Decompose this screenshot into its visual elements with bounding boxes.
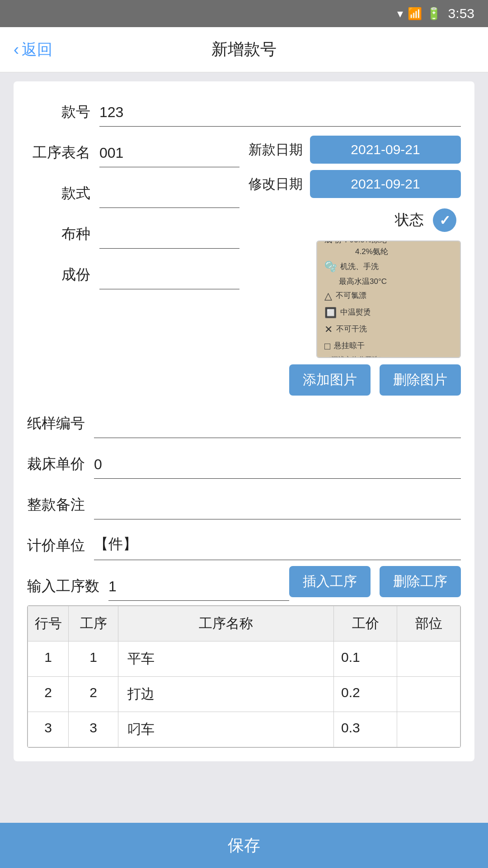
- fabric-label-image: 成 份：95.8%涤纶 4.2%氨纶 🫧 机洗、手洗 最高水温30°C △ 不可…: [317, 241, 460, 357]
- no-dry-icon: ✕: [324, 322, 333, 337]
- back-button[interactable]: ‹ 返回: [14, 39, 52, 60]
- style-no-row: 款号 123: [27, 90, 461, 127]
- fabric-line-0: 成 份：95.8%涤纶: [324, 241, 387, 246]
- add-image-button[interactable]: 添加图片: [289, 364, 371, 396]
- modify-date-button[interactable]: 2021-09-21: [310, 170, 461, 198]
- right-col: 新款日期 2021-09-21 修改日期 2021-09-21 状态 成 份：9…: [249, 131, 461, 402]
- top-nav: ‹ 返回 新增款号: [0, 27, 488, 72]
- process-name-label: 工序表名: [27, 143, 99, 167]
- form-section: 款号 123 工序表名 001 款式: [14, 81, 474, 761]
- back-arrow-icon: ‹: [14, 40, 19, 59]
- unit-input[interactable]: 【件】: [94, 533, 461, 560]
- fabric-row: 布种: [27, 212, 239, 249]
- status-checkbox[interactable]: [433, 208, 456, 232]
- cell-price: 0.3: [334, 712, 397, 747]
- fabric-no-bleach-row: △ 不可氯漂: [324, 288, 366, 303]
- two-col-section: 工序表名 001 款式 布种: [27, 131, 461, 402]
- process-table: 行号 工序 工序名称 工价 部位 1 1 平车 0.1 2 2 打边 0.2: [27, 605, 461, 748]
- note-value: [94, 512, 461, 515]
- save-button-label: 保存: [228, 835, 260, 857]
- table-row[interactable]: 3 3 叼车 0.3: [28, 712, 460, 747]
- cell-name: 打边: [118, 677, 334, 712]
- signal-icon: 📶: [408, 7, 422, 21]
- composition-label: 成份: [27, 265, 99, 289]
- table-row[interactable]: 1 1 平车 0.1: [28, 642, 460, 677]
- back-label: 返回: [22, 39, 52, 60]
- col-header-name: 工序名称: [118, 606, 334, 642]
- new-date-button[interactable]: 2021-09-21: [310, 136, 461, 164]
- style-no-value: 123: [99, 102, 461, 123]
- note-input[interactable]: [94, 512, 461, 519]
- style-label: 款式: [27, 184, 99, 208]
- delete-image-button[interactable]: 删除图片: [380, 364, 461, 396]
- cell-row-no: 2: [28, 677, 69, 712]
- cell-name: 平车: [118, 642, 334, 677]
- image-buttons: 添加图片 删除图片: [249, 364, 461, 396]
- content-area: 款号 123 工序表名 001 款式: [0, 72, 488, 825]
- cut-price-row: 裁床单价 0: [27, 443, 461, 479]
- new-date-label: 新款日期: [249, 141, 303, 159]
- process-count-left: 输入工序数 1: [27, 576, 289, 601]
- cut-price-input[interactable]: 0: [94, 454, 461, 479]
- paper-no-value: [94, 430, 461, 434]
- fabric-no-dry-row: ✕ 不可干洗: [324, 322, 367, 337]
- cell-part: [397, 712, 460, 747]
- cell-price: 0.2: [334, 677, 397, 712]
- fabric-label: 布种: [27, 224, 99, 249]
- process-name-input[interactable]: 001: [99, 143, 239, 167]
- cell-process-no: 1: [69, 642, 118, 677]
- fabric-line-3: 最高水温30°C: [324, 276, 387, 288]
- cell-price: 0.1: [334, 642, 397, 677]
- delete-process-button[interactable]: 删除工序: [380, 566, 461, 597]
- save-bar[interactable]: 保存: [0, 823, 488, 868]
- fabric-hang-row: □ 悬挂晾干: [324, 339, 365, 354]
- status-bar: ▾ 📶 🔋 3:53: [0, 0, 488, 27]
- table-header-row: 行号 工序 工序名称 工价 部位: [28, 606, 460, 642]
- col-header-price: 工价: [334, 606, 397, 642]
- unit-label: 计价单位: [27, 536, 94, 560]
- composition-input[interactable]: [99, 282, 239, 289]
- cut-price-label: 裁床单价: [27, 454, 94, 479]
- table-row[interactable]: 2 2 打边 0.2: [28, 677, 460, 712]
- fabric-input[interactable]: [99, 241, 239, 249]
- process-name-row: 工序表名 001: [27, 131, 239, 167]
- hang-icon: □: [324, 339, 330, 354]
- bottom-spacer: [14, 761, 474, 816]
- modify-date-label: 修改日期: [249, 175, 303, 193]
- process-table-element: 行号 工序 工序名称 工价 部位 1 1 平车 0.1 2 2 打边 0.2: [28, 606, 460, 747]
- no-bleach-icon: △: [324, 288, 332, 303]
- process-name-value: 001: [99, 143, 239, 163]
- process-count-input[interactable]: 1: [108, 576, 289, 601]
- insert-process-button[interactable]: 插入工序: [289, 566, 371, 597]
- cell-name: 叼车: [118, 712, 334, 747]
- status-time: 3:53: [448, 6, 474, 21]
- left-col: 工序表名 001 款式 布种: [27, 131, 239, 402]
- note-label: 整款备注: [27, 495, 94, 519]
- cell-part: [397, 642, 460, 677]
- unit-row: 计价单位 【件】: [27, 524, 461, 560]
- composition-row: 成份: [27, 253, 239, 289]
- fabric-line-8: （深浅衣物分开洗）: [324, 354, 385, 359]
- fabric-value: [99, 241, 239, 245]
- fabric-line-1: 4.2%氨纶: [324, 246, 388, 258]
- fabric-line-2: 机洗、手洗: [340, 261, 379, 273]
- col-header-part: 部位: [397, 606, 460, 642]
- process-count-row: 输入工序数 1 插入工序 删除工序: [27, 565, 461, 601]
- col-header-process-no: 工序: [69, 606, 118, 642]
- wash-icon: 🫧: [324, 259, 337, 274]
- wifi-icon: ▾: [397, 7, 403, 21]
- col-header-row-no: 行号: [28, 606, 69, 642]
- cut-price-value: 0: [94, 454, 461, 475]
- process-count-value: 1: [108, 576, 289, 597]
- paper-no-row: 纸样编号: [27, 402, 461, 438]
- fabric-iron-row: 🔲 中温熨烫: [324, 305, 371, 320]
- process-count-label: 输入工序数: [27, 576, 108, 601]
- style-row: 款式: [27, 172, 239, 208]
- style-input[interactable]: [99, 200, 239, 208]
- paper-no-input[interactable]: [94, 430, 461, 438]
- status-icons: ▾ 📶 🔋: [397, 7, 441, 21]
- iron-icon: 🔲: [324, 305, 337, 320]
- style-no-input-wrap[interactable]: 123: [99, 102, 461, 127]
- style-value: [99, 200, 239, 204]
- battery-icon: 🔋: [427, 7, 441, 21]
